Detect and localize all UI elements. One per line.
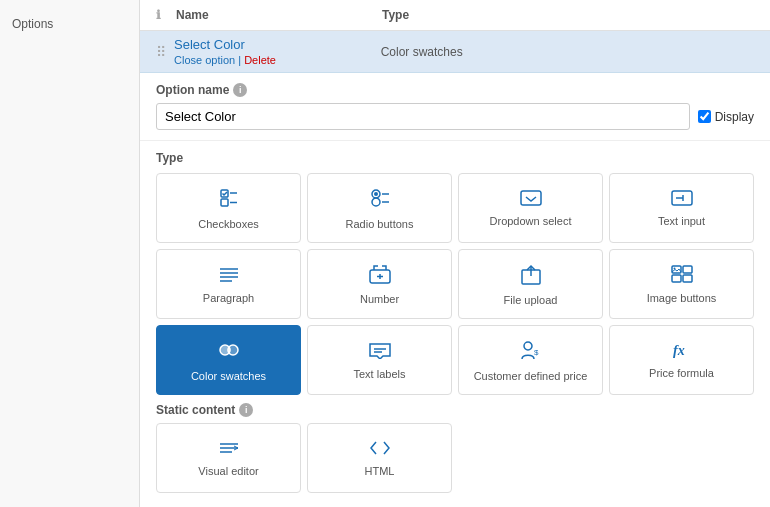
tile-file-upload[interactable]: File upload [458,249,603,319]
type-section: Type Checkboxes Radio buttons [140,141,770,499]
selected-option-row: ⠿ Select Color Close option | Delete Col… [140,31,770,73]
text-labels-label: Text labels [354,368,406,380]
checkboxes-label: Checkboxes [198,218,259,230]
customer-price-icon: $ [520,339,542,366]
option-name-label-row: Option name i [156,83,754,97]
svg-rect-9 [521,191,541,205]
color-swatches-icon [218,339,240,366]
text-input-icon [671,190,693,211]
html-label: HTML [365,465,395,477]
svg-point-31 [524,342,532,350]
svg-point-5 [374,192,378,196]
radio-label: Radio buttons [346,218,414,230]
dropdown-icon [520,190,542,211]
option-name-input[interactable] [156,103,690,130]
tile-html[interactable]: HTML [307,423,452,493]
close-option-link[interactable]: Close option [174,54,235,66]
option-name-section: Option name i Display [140,73,770,141]
file-upload-label: File upload [504,294,558,306]
option-name-text: Select Color [174,37,361,52]
number-icon [369,264,391,289]
option-row-name: Select Color Close option | Delete [174,37,361,66]
dropdown-label: Dropdown select [490,215,572,227]
radio-icon [369,187,391,214]
number-label: Number [360,293,399,305]
option-name-label: Option name [156,83,229,97]
tile-number[interactable]: Number [307,249,452,319]
choices-section: Choices i Label i Color Price Type [140,499,770,507]
svg-rect-25 [672,275,681,282]
header-info-icon: ℹ [156,8,176,22]
svg-rect-26 [683,275,692,282]
customer-price-label: Customer defined price [474,370,588,382]
static-content-grid: Visual editor HTML [156,423,754,493]
tile-visual-editor[interactable]: Visual editor [156,423,301,493]
display-label-text: Display [715,110,754,124]
html-icon [369,440,391,461]
svg-point-6 [372,198,380,206]
header-type-col: Type [362,8,754,22]
tile-text-input[interactable]: Text input [609,173,754,243]
tile-radio[interactable]: Radio buttons [307,173,452,243]
svg-text:fx: fx [673,343,685,358]
static-content-info-icon[interactable]: i [239,403,253,417]
checkboxes-icon [218,187,240,214]
text-input-label: Text input [658,215,705,227]
display-checkbox[interactable] [698,110,711,123]
header-name-col: Name [176,8,362,22]
type-section-label: Type [156,151,754,165]
color-swatches-label: Color swatches [191,370,266,382]
svg-text:$: $ [534,348,539,357]
tile-paragraph[interactable]: Paragraph [156,249,301,319]
tile-checkboxes[interactable]: Checkboxes [156,173,301,243]
price-formula-icon: fx [671,341,693,363]
tile-customer-price[interactable]: $ Customer defined price [458,325,603,395]
file-upload-icon [521,263,541,290]
paragraph-icon [218,265,240,288]
display-checkbox-label: Display [698,110,754,124]
drag-handle-icon[interactable]: ⠿ [156,44,166,60]
option-name-input-row: Display [156,103,754,130]
tile-text-labels[interactable]: Text labels [307,325,452,395]
image-buttons-icon [671,265,693,288]
tile-price-formula[interactable]: fx Price formula [609,325,754,395]
sidebar-options-label: Options [12,17,53,31]
price-formula-label: Price formula [649,367,714,379]
tile-dropdown[interactable]: Dropdown select [458,173,603,243]
visual-editor-label: Visual editor [198,465,258,477]
option-name-info-icon[interactable]: i [233,83,247,97]
type-label-text: Type [156,151,183,165]
image-buttons-label: Image buttons [647,292,717,304]
option-type-text: Color swatches [361,45,754,59]
paragraph-label: Paragraph [203,292,254,304]
delete-option-link[interactable]: Delete [244,54,276,66]
tile-color-swatches[interactable]: Color swatches [156,325,301,395]
svg-rect-24 [683,266,692,273]
main-content: ℹ Name Type ⠿ Select Color Close option … [140,0,770,507]
text-labels-icon [369,341,391,364]
sidebar: Options [0,0,140,507]
static-content-label-text: Static content [156,403,235,417]
visual-editor-icon [218,440,240,461]
static-content-label-row: Static content i [156,403,754,417]
tile-image-buttons[interactable]: Image buttons [609,249,754,319]
svg-rect-1 [221,199,228,206]
options-table-header: ℹ Name Type [140,0,770,31]
type-grid: Checkboxes Radio buttons Dropdown select [156,173,754,395]
